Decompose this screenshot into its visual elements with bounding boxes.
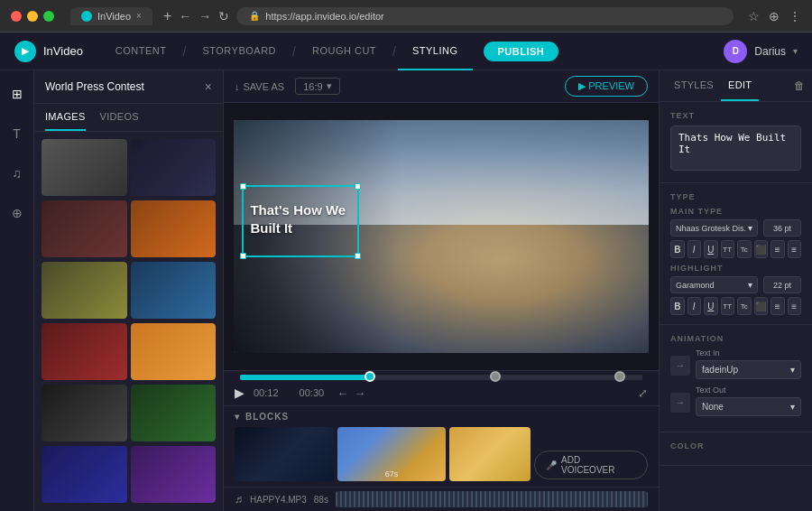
user-avatar[interactable]: D <box>724 40 747 63</box>
list-item[interactable] <box>131 323 217 380</box>
list-item[interactable] <box>42 385 127 441</box>
underline-button[interactable]: U <box>704 240 718 258</box>
text-input-field[interactable] <box>670 125 801 171</box>
minimize-button[interactable] <box>27 11 38 22</box>
timeline-bar[interactable] <box>240 375 642 380</box>
play-button[interactable]: ▶ <box>235 386 245 400</box>
timeline-next-button[interactable]: → <box>354 386 365 400</box>
hl-bold-button[interactable]: B <box>670 297 685 315</box>
tab-title: InVideo <box>97 11 131 22</box>
list-item[interactable] <box>42 139 127 196</box>
text-in-label: Text In <box>696 348 801 358</box>
audio-icon[interactable]: ♫ <box>5 161 30 186</box>
hl-italic-button[interactable]: I <box>687 297 702 315</box>
highlight-size-select[interactable]: 22 pt <box>763 276 801 293</box>
highlight-font-row: Garamond ▾ 22 pt <box>670 276 801 293</box>
expand-button[interactable]: ⤢ <box>638 386 648 400</box>
panel-tabs: IMAGES VIDEOS <box>34 104 223 132</box>
elements-icon[interactable]: ⊕ <box>5 200 30 226</box>
aspect-ratio-button[interactable]: 16:9 ▾ <box>295 78 339 95</box>
list-item[interactable] <box>131 385 217 441</box>
handle-tr[interactable] <box>355 183 361 190</box>
timeline-marker-1[interactable] <box>490 371 501 382</box>
nav-tab-styling[interactable]: STYLING <box>398 33 473 70</box>
save-as-button[interactable]: ↓ SAVE AS <box>235 81 284 92</box>
hl-underline-button[interactable]: U <box>704 297 718 315</box>
nav-tab-rough-cut[interactable]: ROUGH CUT <box>298 33 391 70</box>
extension-icon[interactable]: ⊕ <box>769 9 780 23</box>
time-current: 00:12 <box>254 387 279 398</box>
list-item[interactable] <box>131 200 217 257</box>
canvas-text-overlay[interactable]: That's How We Built It <box>250 201 358 237</box>
blocks-label[interactable]: ▾ BLOCKS <box>235 412 648 422</box>
panel-tab-images[interactable]: IMAGES <box>45 104 86 131</box>
hl-highlight-button[interactable]: ⬛ <box>754 297 769 315</box>
new-tab-button[interactable]: + <box>163 8 171 24</box>
hl-tt-button[interactable]: TT <box>721 297 735 315</box>
close-button[interactable] <box>11 11 22 22</box>
nav-tab-publish[interactable]: PUBLISH <box>484 42 559 61</box>
text-in-area: → Text In fadeinUp ▾ <box>670 348 801 382</box>
block-thumb-3[interactable] <box>449 427 531 481</box>
hl-align-right-button[interactable]: ≡ <box>788 297 802 315</box>
text-in-select[interactable]: fadeinUp ▾ <box>696 360 801 379</box>
text-icon[interactable]: T <box>5 121 30 146</box>
hl-tc-button[interactable]: Tc <box>737 297 752 315</box>
audio-waveform-bar[interactable] <box>336 491 648 507</box>
panel-tab-videos[interactable]: VIDEOS <box>100 104 139 131</box>
panel-close-button[interactable]: × <box>205 79 212 94</box>
hl-align-left-button[interactable]: ≡ <box>770 297 785 315</box>
timeline-track <box>224 371 659 380</box>
browser-tab[interactable]: InVideo × <box>70 7 152 25</box>
delete-button[interactable]: 🗑 <box>794 70 805 101</box>
block-thumb-2[interactable]: 67s <box>337 427 446 481</box>
timeline-prev-button[interactable]: ← <box>337 386 348 400</box>
handle-tl[interactable] <box>240 183 246 190</box>
forward-button[interactable]: → <box>198 9 211 23</box>
maximize-button[interactable] <box>43 11 54 22</box>
handle-bl[interactable] <box>240 253 246 259</box>
list-item[interactable] <box>131 446 217 503</box>
list-item[interactable] <box>131 139 217 196</box>
preview-button[interactable]: ▶ PREVIEW <box>565 76 648 97</box>
bold-button[interactable]: B <box>670 240 685 258</box>
main-size-select[interactable]: 36 pt <box>763 219 801 237</box>
add-voiceover-button[interactable]: 🎤 ADD VOICEOVER <box>534 451 648 479</box>
add-voiceover-label: ADD VOICEOVER <box>561 455 636 475</box>
handle-br[interactable] <box>355 253 361 259</box>
canvas-frame[interactable]: That's How We Built It <box>234 120 649 353</box>
canvas-wrapper: That's How We Built It <box>224 103 659 370</box>
browser-menu-icon[interactable]: ⋮ <box>789 9 801 23</box>
align-right-button[interactable]: ≡ <box>788 240 802 258</box>
list-item[interactable] <box>131 262 217 319</box>
list-item[interactable] <box>42 200 127 257</box>
highlight-label: HIGHLIGHT <box>670 264 801 273</box>
address-bar[interactable]: 🔒 https://app.invideo.io/editor <box>236 7 734 25</box>
highlight-font-select[interactable]: Garamond ▾ <box>670 276 758 293</box>
tab-edit[interactable]: EDIT <box>721 70 759 101</box>
tc-button[interactable]: Tc <box>737 240 752 258</box>
highlight-button[interactable]: ⬛ <box>754 240 769 258</box>
tt-button[interactable]: TT <box>721 240 735 258</box>
canvas-area: ↓ SAVE AS 16:9 ▾ ▶ PREVIEW <box>224 70 659 511</box>
media-icon[interactable]: ⊞ <box>5 81 30 107</box>
bookmark-icon[interactable]: ☆ <box>748 9 760 23</box>
back-button[interactable]: ← <box>179 9 191 23</box>
app-logo-text: InVideo <box>43 44 83 58</box>
align-left-button[interactable]: ≡ <box>770 240 785 258</box>
user-menu-chevron[interactable]: ▾ <box>793 46 798 56</box>
text-out-select[interactable]: None ▾ <box>696 397 801 416</box>
italic-button[interactable]: I <box>687 240 702 258</box>
timeline-marker-2[interactable] <box>614 371 625 382</box>
reload-button[interactable]: ↻ <box>218 9 229 23</box>
block-thumb-1[interactable] <box>235 427 334 481</box>
tab-close-button[interactable]: × <box>136 11 142 21</box>
main-font-select[interactable]: Nhaas Grotesk Dis. ▾ <box>670 219 758 237</box>
list-item[interactable] <box>42 262 127 319</box>
list-item[interactable] <box>42 446 127 503</box>
list-item[interactable] <box>42 323 127 380</box>
nav-tab-content[interactable]: CONTENT <box>101 33 181 70</box>
nav-tab-publish-wrapper: PUBLISH <box>484 45 559 58</box>
tab-styles[interactable]: STYLES <box>667 70 721 101</box>
nav-tab-storyboard[interactable]: STORYBOARD <box>188 33 291 70</box>
